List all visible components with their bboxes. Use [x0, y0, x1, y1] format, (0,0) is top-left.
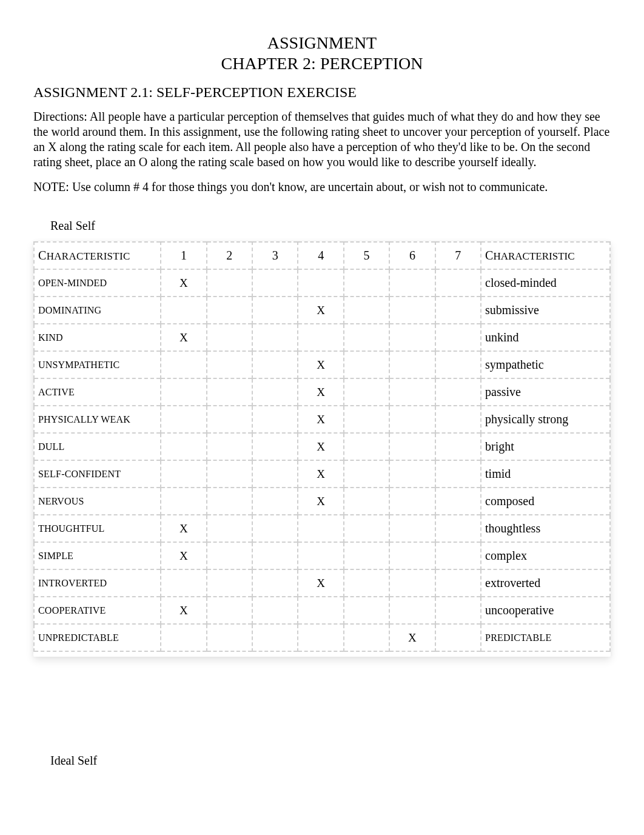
- rating-cell[interactable]: [435, 378, 481, 406]
- rating-cell[interactable]: [161, 569, 206, 597]
- rating-cell[interactable]: [344, 269, 389, 297]
- rating-cell[interactable]: [435, 406, 481, 433]
- rating-cell[interactable]: [252, 269, 298, 297]
- rating-cell[interactable]: [207, 488, 252, 515]
- rating-cell[interactable]: [252, 324, 298, 351]
- rating-cell[interactable]: [344, 433, 389, 460]
- rating-cell[interactable]: [298, 624, 343, 651]
- rating-cell[interactable]: [435, 488, 481, 515]
- rating-cell[interactable]: [389, 488, 435, 515]
- rating-cell[interactable]: [207, 624, 252, 651]
- rating-cell[interactable]: [389, 542, 435, 569]
- rating-cell[interactable]: [252, 569, 298, 597]
- rating-cell[interactable]: [435, 569, 481, 597]
- rating-cell[interactable]: X: [161, 597, 206, 624]
- rating-cell[interactable]: X: [161, 324, 206, 351]
- rating-cell[interactable]: [344, 406, 389, 433]
- rating-cell[interactable]: X: [161, 542, 206, 569]
- rating-cell[interactable]: [344, 297, 389, 324]
- rating-cell[interactable]: [252, 378, 298, 406]
- rating-cell[interactable]: [161, 406, 206, 433]
- rating-cell[interactable]: X: [298, 460, 343, 488]
- rating-cell[interactable]: [252, 351, 298, 378]
- rating-mark: X: [317, 358, 325, 371]
- rating-cell[interactable]: [435, 624, 481, 651]
- rating-cell[interactable]: [252, 297, 298, 324]
- rating-cell[interactable]: [435, 324, 481, 351]
- rating-cell[interactable]: [344, 351, 389, 378]
- rating-cell[interactable]: [207, 433, 252, 460]
- rating-cell[interactable]: [252, 624, 298, 651]
- rating-cell[interactable]: [298, 269, 343, 297]
- rating-cell[interactable]: [161, 297, 206, 324]
- rating-cell[interactable]: [161, 488, 206, 515]
- rating-cell[interactable]: [298, 597, 343, 624]
- rating-cell[interactable]: [435, 297, 481, 324]
- rating-cell[interactable]: [298, 515, 343, 542]
- rating-cell[interactable]: [389, 515, 435, 542]
- rating-cell[interactable]: [207, 597, 252, 624]
- rating-cell[interactable]: [252, 433, 298, 460]
- rating-cell[interactable]: X: [298, 297, 343, 324]
- rating-cell[interactable]: X: [161, 515, 206, 542]
- rating-cell[interactable]: [161, 460, 206, 488]
- rating-cell[interactable]: [389, 297, 435, 324]
- rating-cell[interactable]: [207, 324, 252, 351]
- rating-cell[interactable]: [435, 460, 481, 488]
- rating-cell[interactable]: [389, 324, 435, 351]
- rating-cell[interactable]: [344, 378, 389, 406]
- rating-cell[interactable]: [389, 269, 435, 297]
- rating-cell[interactable]: [298, 542, 343, 569]
- rating-cell[interactable]: [435, 351, 481, 378]
- rating-cell[interactable]: X: [298, 378, 343, 406]
- rating-cell[interactable]: [207, 269, 252, 297]
- rating-cell[interactable]: [389, 406, 435, 433]
- rating-cell[interactable]: [161, 433, 206, 460]
- rating-cell[interactable]: [252, 460, 298, 488]
- rating-mark: X: [317, 577, 325, 589]
- rating-cell[interactable]: [207, 297, 252, 324]
- rating-cell[interactable]: [161, 624, 206, 651]
- rating-cell[interactable]: [298, 324, 343, 351]
- rating-cell[interactable]: [389, 569, 435, 597]
- rating-cell[interactable]: [344, 324, 389, 351]
- rating-cell[interactable]: [389, 597, 435, 624]
- rating-cell[interactable]: [435, 597, 481, 624]
- rating-cell[interactable]: [389, 460, 435, 488]
- rating-cell[interactable]: [435, 433, 481, 460]
- rating-cell[interactable]: [207, 406, 252, 433]
- rating-cell[interactable]: X: [298, 433, 343, 460]
- rating-cell[interactable]: [207, 515, 252, 542]
- rating-cell[interactable]: [207, 378, 252, 406]
- rating-cell[interactable]: [252, 597, 298, 624]
- rating-cell[interactable]: [161, 378, 206, 406]
- rating-cell[interactable]: [344, 624, 389, 651]
- rating-cell[interactable]: [344, 488, 389, 515]
- rating-cell[interactable]: [389, 378, 435, 406]
- rating-cell[interactable]: [344, 542, 389, 569]
- rating-cell[interactable]: [207, 351, 252, 378]
- rating-cell[interactable]: X: [298, 488, 343, 515]
- rating-cell[interactable]: [161, 351, 206, 378]
- rating-cell[interactable]: [435, 515, 481, 542]
- rating-cell[interactable]: [207, 460, 252, 488]
- rating-cell[interactable]: [252, 488, 298, 515]
- rating-cell[interactable]: [252, 542, 298, 569]
- rating-cell[interactable]: [344, 569, 389, 597]
- rating-cell[interactable]: [344, 515, 389, 542]
- rating-cell[interactable]: [435, 269, 481, 297]
- rating-cell[interactable]: [207, 569, 252, 597]
- rating-cell[interactable]: [389, 433, 435, 460]
- rating-cell[interactable]: [252, 515, 298, 542]
- rating-cell[interactable]: X: [298, 351, 343, 378]
- rating-cell[interactable]: [344, 460, 389, 488]
- rating-cell[interactable]: [252, 406, 298, 433]
- rating-cell[interactable]: X: [298, 406, 343, 433]
- rating-cell[interactable]: X: [298, 569, 343, 597]
- rating-cell[interactable]: [344, 597, 389, 624]
- rating-cell[interactable]: X: [161, 269, 206, 297]
- rating-cell[interactable]: X: [389, 624, 435, 651]
- rating-cell[interactable]: [435, 542, 481, 569]
- rating-cell[interactable]: [207, 542, 252, 569]
- rating-cell[interactable]: [389, 351, 435, 378]
